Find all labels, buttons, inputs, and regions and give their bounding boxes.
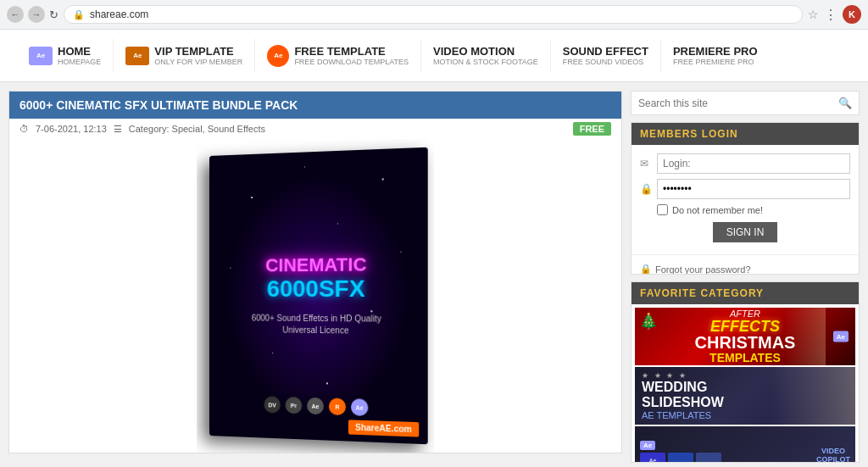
premiere-nav-main: PREMIERE PRO xyxy=(673,45,758,58)
christmas-ae-badge: Ae xyxy=(833,331,849,342)
video-copilot-logo: VIDEO COPILOT xyxy=(816,447,850,463)
product-image: CINEMATIC 6000SFX 6000+ Sound Effetcs in… xyxy=(197,139,434,453)
search-input[interactable] xyxy=(638,97,833,109)
nav-home[interactable]: Ae HOME HOMEPAGE xyxy=(17,30,113,81)
video-nav-sub: MOTION & STOCK FOOTAGE xyxy=(433,58,538,66)
signin-button[interactable]: SIGN IN xyxy=(713,222,778,242)
sound-nav-text: SOUND EFFECT FREE SOUND VIDEOS xyxy=(563,45,648,66)
nav-sound[interactable]: SOUND EFFECT FREE SOUND VIDEOS xyxy=(551,30,660,81)
wedding-title-line1: WEDDING xyxy=(642,380,724,395)
third-right: VIDEO COPILOT xyxy=(816,447,850,463)
free-nav-text: FREE TEMPLATE FREE DOWNLOAD TEMPLATES xyxy=(294,45,409,66)
bookmark-button[interactable]: ☆ xyxy=(808,8,819,21)
vip-nav-sub: ONLY FOR VIP MEMBER xyxy=(154,58,242,66)
christmas-effects-text: EFFECTS xyxy=(695,319,796,334)
third-ae-badge: Ae xyxy=(640,441,655,450)
wedding-title-line2: SLIDESHOW xyxy=(642,395,724,410)
menu-button[interactable]: ⋮ xyxy=(824,7,837,23)
video-nav-main: VIDEO MOTION xyxy=(433,45,538,58)
third-left: Ae Ae xyxy=(640,441,721,463)
wedding-text-block: ★ ★ ★ ★ WEDDING SLIDESHOW AE TEMPLATES xyxy=(635,367,731,425)
refresh-button[interactable]: ↻ xyxy=(49,8,58,21)
fav-item-christmas[interactable]: 🎄 AFTER EFFECTS CHRISTMAS TEMPLATES Ae xyxy=(635,308,855,365)
category-icon: ☰ xyxy=(114,124,122,135)
login-footer: 🔒 Forgot your password? ⊕ Create an acco… xyxy=(632,259,859,275)
nav-buttons: ← → ↻ xyxy=(7,6,58,23)
article-title: 6000+ CINEMATIC SFX ULTIMATE BUNDLE PACK xyxy=(9,92,621,119)
login-password-field: 🔒 xyxy=(640,179,850,199)
home-nav-main: HOME xyxy=(58,45,101,58)
browser-chrome: ← → ↻ 🔒 shareae.com ☆ ⋮ K xyxy=(0,0,868,30)
remember-label: Do not remember me! xyxy=(672,205,763,215)
fav-item-third[interactable]: Ae Ae VIDEO COPILOT xyxy=(635,426,855,463)
free-badge: FREE xyxy=(573,122,611,136)
main-wrapper: 6000+ CINEMATIC SFX ULTIMATE BUNDLE PACK… xyxy=(0,82,868,467)
profile-button[interactable]: K xyxy=(843,5,861,24)
premiere-nav-sub: FREE PREMIERE PRO xyxy=(673,58,758,66)
lock-field-icon: 🔒 xyxy=(640,183,652,195)
favorite-category-box: FAVORITE CATEGORY 🎄 AFTER EFFECTS CHRIST… xyxy=(631,281,860,463)
lock-small-icon: 🔒 xyxy=(640,264,652,275)
article-box: 6000+ CINEMATIC SFX ULTIMATE BUNDLE PACK… xyxy=(8,91,622,453)
user-icon: ✉ xyxy=(640,158,652,170)
free-nav-sub: FREE DOWNLOAD TEMPLATES xyxy=(294,58,409,66)
navbar: Ae HOME HOMEPAGE Ae VIP TEMPLATE ONLY FO… xyxy=(0,30,868,82)
sound-nav-sub: FREE SOUND VIDEOS xyxy=(563,58,648,66)
meta-left: ⏱ 7-06-2021, 12:13 ☰ Category: Special, … xyxy=(19,124,265,135)
login-header: MEMBERS LOGIN xyxy=(632,123,859,145)
login-username-input[interactable] xyxy=(657,153,850,174)
third-template-box2 xyxy=(668,453,693,463)
search-icon[interactable]: 🔍 xyxy=(838,97,852,109)
login-body: ✉ 🔒 Do not remember me! SIGN IN xyxy=(632,145,859,251)
sound-nav-main: SOUND EFFECT xyxy=(563,45,648,58)
product-box: CINEMATIC 6000SFX 6000+ Sound Effetcs in… xyxy=(209,147,428,445)
article-category: Category: Special, Sound Effects xyxy=(129,124,265,134)
search-box: 🔍 xyxy=(631,91,860,115)
sidebar: 🔍 MEMBERS LOGIN ✉ 🔒 Do not remember me! … xyxy=(631,82,868,467)
favorite-items: 🎄 AFTER EFFECTS CHRISTMAS TEMPLATES Ae ★… xyxy=(632,304,859,463)
forgot-password-link[interactable]: 🔒 Forgot your password? xyxy=(640,264,850,275)
login-username-field: ✉ xyxy=(640,153,850,174)
content-area: 6000+ CINEMATIC SFX ULTIMATE BUNDLE PACK… xyxy=(0,82,631,467)
premiere-nav-text: PREMIERE PRO FREE PREMIERE PRO xyxy=(673,45,758,66)
free-circle-icon: Ae xyxy=(267,45,289,67)
home-nav-sub: HOMEPAGE xyxy=(58,58,101,66)
vip-ae-icon: Ae xyxy=(125,47,149,65)
free-nav-main: FREE TEMPLATE xyxy=(294,45,409,58)
vip-nav-text: VIP TEMPLATE ONLY FOR VIP MEMBER xyxy=(154,45,242,66)
favorite-header: FAVORITE CATEGORY xyxy=(632,282,859,304)
product-desc: 6000+ Sound Effetcs in HD Quality Univer… xyxy=(252,313,381,337)
nav-video[interactable]: VIDEO MOTION MOTION & STOCK FOOTAGE xyxy=(421,30,550,81)
copilot-logo-label: COPILOT xyxy=(816,455,850,463)
lock-icon: 🔒 xyxy=(73,9,85,20)
holly-decoration: 🎄 xyxy=(639,312,658,331)
home-nav-text: HOME HOMEPAGE xyxy=(58,45,101,66)
fav-item-wedding[interactable]: ★ ★ ★ ★ WEDDING SLIDESHOW AE TEMPLATES xyxy=(635,367,855,425)
home-ae-icon: Ae xyxy=(29,47,53,65)
remember-row: Do not remember me! xyxy=(657,204,850,215)
remember-checkbox[interactable] xyxy=(657,204,668,215)
box-content: CINEMATIC 6000SFX 6000+ Sound Effetcs in… xyxy=(243,246,390,347)
wedding-ae-text: AE TEMPLATES xyxy=(642,410,724,420)
product-title-main: CINEMATIC xyxy=(252,254,381,275)
login-password-input[interactable] xyxy=(657,179,850,199)
article-content: CINEMATIC 6000SFX 6000+ Sound Effetcs in… xyxy=(9,139,621,453)
vip-nav-main: VIP TEMPLATE xyxy=(154,45,242,58)
video-nav-text: VIDEO MOTION MOTION & STOCK FOOTAGE xyxy=(433,45,538,66)
product-title-sub: 6000SFX xyxy=(252,275,381,303)
nav-free[interactable]: Ae FREE TEMPLATE FREE DOWNLOAD TEMPLATES xyxy=(255,30,420,81)
login-divider xyxy=(632,254,859,255)
url-text: shareae.com xyxy=(90,8,148,20)
wedding-stars: ★ ★ ★ ★ xyxy=(642,371,724,380)
christmas-text-block: AFTER EFFECTS CHRISTMAS TEMPLATES xyxy=(695,309,796,364)
christmas-templates-text: TEMPLATES xyxy=(695,351,796,364)
christmas-main-text: CHRISTMAS xyxy=(695,334,796,351)
nav-vip[interactable]: Ae VIP TEMPLATE ONLY FOR VIP MEMBER xyxy=(114,30,254,81)
article-meta: ⏱ 7-06-2021, 12:13 ☰ Category: Special, … xyxy=(9,119,621,139)
article-date: 7-06-2021, 12:13 xyxy=(36,124,107,134)
back-button[interactable]: ← xyxy=(7,6,24,23)
third-template-box: Ae xyxy=(640,453,665,463)
nav-premiere[interactable]: PREMIERE PRO FREE PREMIERE PRO xyxy=(661,30,770,81)
forward-button[interactable]: → xyxy=(28,6,45,23)
address-bar[interactable]: 🔒 shareae.com xyxy=(64,5,803,24)
